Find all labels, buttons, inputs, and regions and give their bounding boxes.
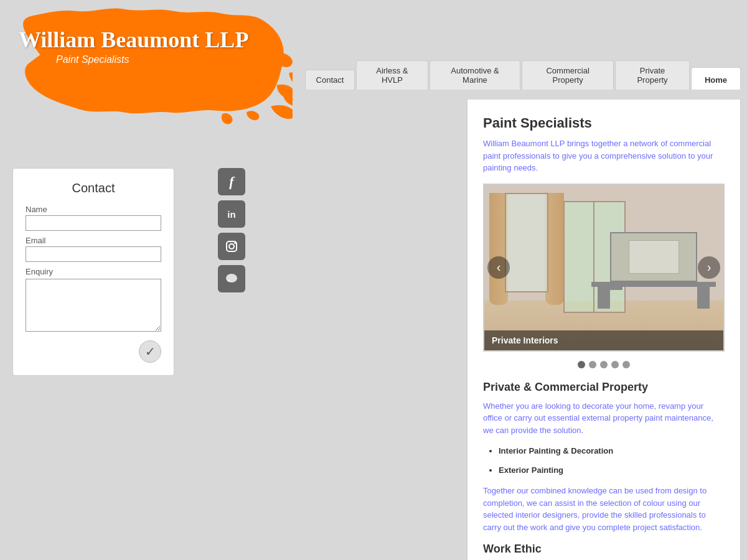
- slideshow-image: [484, 185, 723, 350]
- nav-commercial[interactable]: Commercial Property: [522, 60, 614, 90]
- contact-form: Contact Name Email Enquiry ✓: [12, 168, 174, 376]
- email-input[interactable]: [26, 246, 161, 262]
- name-input[interactable]: [26, 215, 161, 231]
- splat-background: [6, 6, 293, 128]
- svg-point-1: [229, 244, 234, 249]
- nav-automotive[interactable]: Automotive & Marine: [430, 60, 520, 90]
- section2-title: Work Ethic: [483, 543, 725, 556]
- dot-1[interactable]: [578, 361, 585, 368]
- section1-title: Private & Commercial Property: [483, 381, 725, 394]
- bullet-interior: Interior Painting & Decoration: [499, 444, 725, 458]
- instagram-icon[interactable]: [218, 233, 245, 260]
- section1-text: Whether you are looking to decorate your…: [483, 400, 725, 437]
- nav-contact[interactable]: Contact: [305, 70, 355, 90]
- enquiry-label: Enquiry: [26, 267, 161, 276]
- section1-bullets: Interior Painting & Decoration Exterior …: [499, 444, 725, 477]
- chat-icon[interactable]: [218, 265, 245, 292]
- dressing-table: [591, 215, 716, 309]
- main-content: Paint Specialists William Beaumont LLP b…: [467, 100, 741, 560]
- slideshow-caption: Private Interiors: [484, 330, 723, 350]
- facebook-icon[interactable]: f: [218, 168, 245, 195]
- company-subtitle: Paint Specialists: [56, 54, 248, 65]
- logo-area: William Beaumont LLP Paint Specialists: [6, 6, 293, 131]
- linkedin-icon[interactable]: in: [218, 200, 245, 228]
- section1-text2: Together our combined knowledge can be u…: [483, 485, 725, 533]
- contact-form-title: Contact: [26, 181, 161, 195]
- slideshow-dots: [483, 361, 725, 368]
- intro-text: William Beaumont LLP brings together a n…: [483, 138, 725, 174]
- slideshow: ‹ › Private Interiors: [483, 184, 725, 352]
- submit-button[interactable]: ✓: [139, 340, 161, 363]
- enquiry-textarea[interactable]: [26, 279, 161, 332]
- dot-4[interactable]: [611, 361, 619, 368]
- page-title: Paint Specialists: [483, 115, 725, 131]
- dot-5[interactable]: [622, 361, 630, 368]
- header: William Beaumont LLP Paint Specialists C…: [0, 0, 747, 100]
- social-icons: f in: [218, 168, 245, 292]
- bullet-exterior: Exterior Painting: [499, 463, 725, 477]
- name-label: Name: [26, 205, 161, 214]
- submit-area: ✓: [26, 340, 161, 363]
- dot-2[interactable]: [589, 361, 596, 368]
- slideshow-next-button[interactable]: ›: [698, 256, 720, 279]
- dot-3[interactable]: [600, 361, 608, 368]
- nav-home[interactable]: Home: [691, 67, 741, 90]
- left-curtain-group: [489, 193, 570, 317]
- navigation: Contact Airless & HVLP Automotive & Mari…: [305, 60, 741, 90]
- company-name: William Beaumont LLP: [19, 28, 248, 53]
- main-layout: Contact Name Email Enquiry ✓ f in: [0, 100, 747, 560]
- logo-text: William Beaumont LLP Paint Specialists: [19, 28, 248, 65]
- nav-private[interactable]: Private Property: [615, 60, 690, 90]
- sidebar: Contact Name Email Enquiry ✓: [0, 100, 212, 560]
- nav-airless[interactable]: Airless & HVLP: [356, 60, 428, 90]
- svg-point-3: [226, 274, 237, 282]
- slideshow-prev-button[interactable]: ‹: [487, 256, 510, 279]
- svg-point-2: [234, 242, 236, 244]
- email-label: Email: [26, 236, 161, 245]
